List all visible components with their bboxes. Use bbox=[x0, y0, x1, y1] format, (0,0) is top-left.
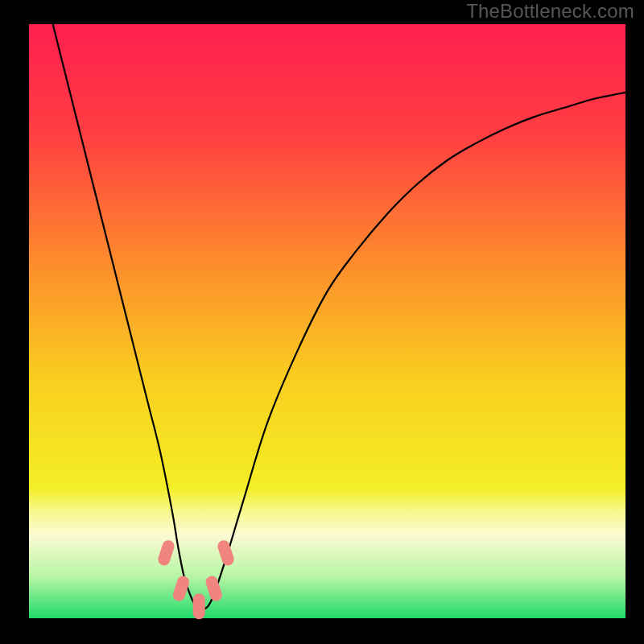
plot-background bbox=[29, 24, 625, 618]
chart-container: TheBottleneck.com bbox=[0, 0, 644, 644]
sweet-spot-marker bbox=[193, 593, 205, 619]
bottleneck-chart bbox=[0, 0, 644, 644]
watermark-text: TheBottleneck.com bbox=[466, 0, 634, 23]
